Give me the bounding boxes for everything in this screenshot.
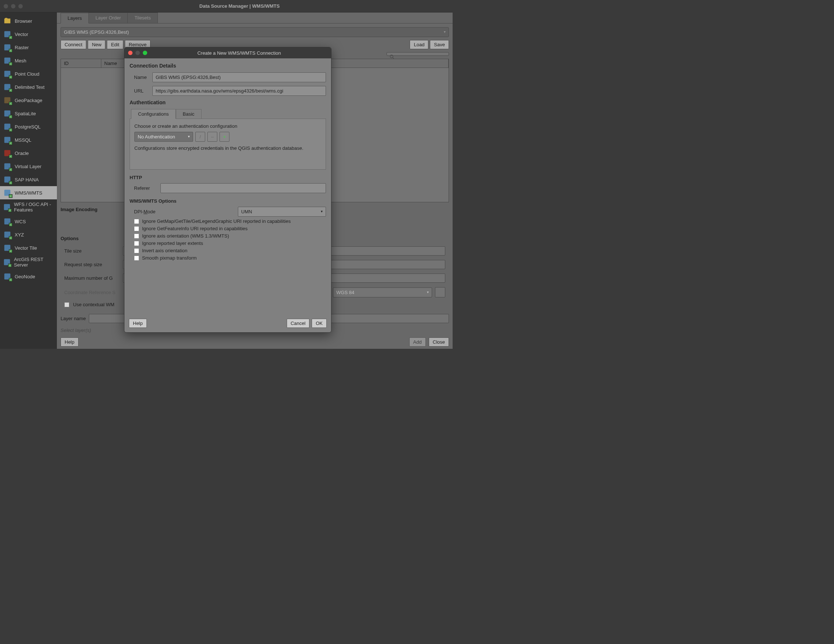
datasource-icon bbox=[3, 16, 12, 25]
sidebar-item-label: ArcGIS REST Server bbox=[14, 257, 54, 268]
window-close-icon[interactable] bbox=[4, 4, 8, 8]
window-minimize-icon[interactable] bbox=[11, 4, 15, 8]
svg-line-20 bbox=[393, 58, 394, 59]
pencil-icon: / bbox=[200, 134, 201, 139]
sidebar-item-label: GeoNode bbox=[15, 274, 35, 279]
sidebar-item-wcs[interactable]: +WCS bbox=[0, 215, 57, 228]
tab-tilesets[interactable]: Tilesets bbox=[128, 13, 157, 23]
wms-option-checkbox-3[interactable] bbox=[134, 241, 139, 246]
contextual-checkbox[interactable] bbox=[64, 302, 70, 307]
table-header-id[interactable]: ID bbox=[61, 59, 101, 68]
conn-url-label: URL bbox=[134, 88, 148, 94]
datasource-icon: + bbox=[3, 109, 12, 118]
sidebar-item-spatialite[interactable]: +SpatiaLite bbox=[0, 107, 57, 120]
datasource-icon: + bbox=[3, 230, 12, 239]
wms-option-label: Ignore GetMap/GetTile/GetLegendGraphic U… bbox=[142, 218, 291, 224]
wms-option-label: Ignore reported layer extents bbox=[142, 241, 203, 246]
sidebar-item-virtual-layer[interactable]: +Virtual Layer bbox=[0, 160, 57, 173]
dialog-cancel-button[interactable]: Cancel bbox=[287, 319, 309, 328]
auth-config-select[interactable]: No Authentication bbox=[134, 132, 193, 142]
sidebar-item-point-cloud[interactable]: +Point Cloud bbox=[0, 67, 57, 81]
main-tabs: LayersLayer OrderTilesets bbox=[57, 13, 453, 24]
http-heading: HTTP bbox=[129, 175, 326, 180]
wms-option-check-0: Ignore GetMap/GetTile/GetLegendGraphic U… bbox=[134, 218, 326, 224]
crs-picker-button[interactable] bbox=[435, 287, 445, 298]
datasource-icon: + bbox=[3, 272, 12, 281]
sidebar-item-mssql[interactable]: +MSSQL bbox=[0, 133, 57, 147]
datasource-icon: + bbox=[3, 175, 12, 184]
sidebar-item-geopackage[interactable]: +GeoPackage bbox=[0, 94, 57, 107]
datasource-icon: + bbox=[3, 96, 12, 105]
sidebar-item-vector[interactable]: +Vector bbox=[0, 28, 57, 41]
connect-button[interactable]: Connect bbox=[61, 40, 86, 49]
sidebar-item-browser[interactable]: Browser bbox=[0, 14, 57, 28]
wms-option-label: Ignore axis orientation (WMS 1.3/WMTS) bbox=[142, 233, 229, 239]
sidebar-item-xyz[interactable]: +XYZ bbox=[0, 228, 57, 241]
conn-url-input[interactable] bbox=[152, 86, 326, 96]
titlebar: Data Source Manager | WMS/WMTS bbox=[0, 0, 453, 13]
window-zoom-icon[interactable] bbox=[18, 4, 23, 8]
dialog-zoom-icon[interactable] bbox=[143, 51, 147, 55]
select-layers-hint: Select layer(s) bbox=[61, 327, 91, 333]
auth-heading: Authentication bbox=[129, 99, 326, 105]
tab-layer-order[interactable]: Layer Order bbox=[89, 13, 128, 23]
auth-tab-configurations[interactable]: Configurations bbox=[131, 109, 176, 119]
sidebar-item-label: Vector bbox=[15, 32, 28, 37]
datasource-icon: + bbox=[3, 56, 12, 65]
sidebar-item-arcgis-rest-server[interactable]: +ArcGIS REST Server bbox=[0, 254, 57, 270]
conn-name-input[interactable] bbox=[152, 72, 326, 82]
new-connection-dialog: Create a New WMS/WMTS Connection Connect… bbox=[124, 47, 331, 333]
wms-option-check-4: Invert axis orientation bbox=[134, 248, 326, 253]
save-button[interactable]: Save bbox=[430, 40, 449, 49]
sidebar-item-label: Point Cloud bbox=[15, 71, 39, 77]
layer-search-input[interactable] bbox=[386, 52, 449, 56]
dpi-mode-select[interactable]: UMN bbox=[238, 207, 326, 217]
sidebar-item-delimited-text[interactable]: +Delimited Text bbox=[0, 81, 57, 94]
sidebar-item-label: Raster bbox=[15, 45, 29, 50]
auth-hint: Choose or create an authentication confi… bbox=[134, 123, 321, 129]
add-button[interactable]: Add bbox=[409, 337, 426, 346]
sidebar-item-wms-wmts[interactable]: +WMS/WMTS bbox=[0, 186, 57, 199]
referer-input[interactable] bbox=[160, 183, 326, 193]
sidebar-item-postgresql[interactable]: +PostgreSQL bbox=[0, 120, 57, 133]
wms-option-checkbox-0[interactable] bbox=[134, 219, 139, 224]
sidebar-item-oracle[interactable]: +Oracle bbox=[0, 147, 57, 160]
help-button[interactable]: Help bbox=[61, 337, 79, 346]
sidebar-item-raster[interactable]: +Raster bbox=[0, 41, 57, 54]
wms-option-checkbox-1[interactable] bbox=[134, 226, 139, 231]
sidebar-item-geonode[interactable]: +GeoNode bbox=[0, 270, 57, 283]
sidebar-item-label: PostgreSQL bbox=[15, 124, 41, 129]
sidebar-item-label: GeoPackage bbox=[15, 98, 42, 103]
crs-combo[interactable]: WGS 84 bbox=[333, 288, 432, 298]
new-button[interactable]: New bbox=[88, 40, 105, 49]
globe-icon bbox=[437, 289, 443, 295]
load-button[interactable]: Load bbox=[410, 40, 428, 49]
datasource-sidebar: Browser+Vector+Raster+Mesh+Point Cloud+D… bbox=[0, 13, 57, 349]
contextual-label: Use contextual WM bbox=[73, 302, 128, 307]
sidebar-item-wfs-ogc-api-features[interactable]: +WFS / OGC API - Features bbox=[0, 199, 57, 215]
auth-add-button[interactable]: + bbox=[220, 132, 230, 142]
sidebar-item-sap-hana[interactable]: +SAP HANA bbox=[0, 173, 57, 186]
minus-icon: – bbox=[211, 134, 213, 139]
auth-remove-button[interactable]: – bbox=[207, 132, 217, 142]
dialog-close-icon[interactable] bbox=[128, 51, 133, 55]
sidebar-item-label: SAP HANA bbox=[15, 177, 39, 183]
wms-option-checkbox-5[interactable] bbox=[134, 256, 139, 261]
wms-option-checkbox-4[interactable] bbox=[134, 248, 139, 253]
sidebar-item-label: Oracle bbox=[15, 150, 29, 156]
sidebar-item-label: Vector Tile bbox=[15, 245, 37, 251]
wms-option-checkbox-2[interactable] bbox=[134, 233, 139, 239]
dialog-ok-button[interactable]: OK bbox=[312, 319, 327, 328]
wms-option-label: Ignore GetFeatureInfo URI reported in ca… bbox=[142, 226, 248, 231]
wms-option-check-1: Ignore GetFeatureInfo URI reported in ca… bbox=[134, 226, 326, 231]
tab-layers[interactable]: Layers bbox=[61, 13, 89, 24]
sidebar-item-mesh[interactable]: +Mesh bbox=[0, 54, 57, 67]
connection-combo[interactable]: GIBS WMS (EPSG:4326,Best) bbox=[61, 27, 449, 37]
edit-button[interactable]: Edit bbox=[107, 40, 123, 49]
close-button[interactable]: Close bbox=[429, 337, 449, 346]
auth-tab-basic[interactable]: Basic bbox=[176, 109, 202, 119]
auth-edit-button[interactable]: / bbox=[195, 132, 205, 142]
datasource-icon: + bbox=[3, 188, 12, 197]
dialog-help-button[interactable]: Help bbox=[129, 319, 147, 328]
sidebar-item-vector-tile[interactable]: +Vector Tile bbox=[0, 241, 57, 254]
